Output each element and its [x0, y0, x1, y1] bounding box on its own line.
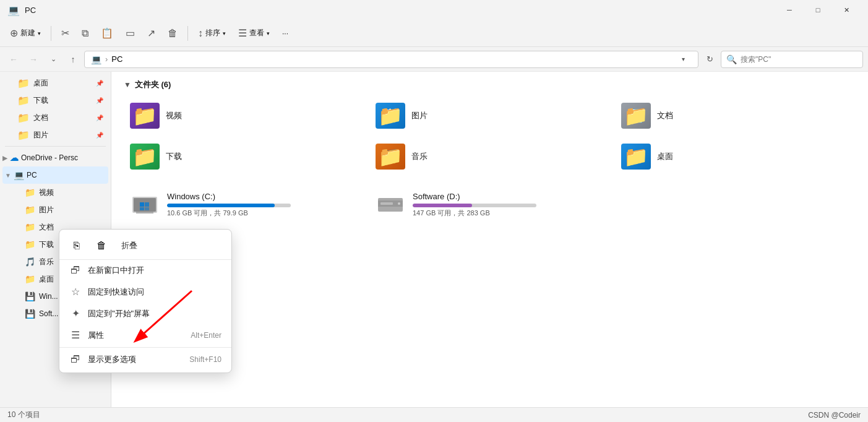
refresh-button[interactable]: ↻	[701, 51, 718, 68]
paste-button[interactable]: 📋	[96, 24, 118, 43]
maximize-button[interactable]: □	[804, 0, 832, 20]
delete-icon: 🗑	[168, 28, 178, 39]
desktop-thumb-icon: 🖥	[629, 149, 643, 165]
context-pin-start[interactable]: ✦ 固定到"开始"屏幕	[59, 303, 231, 324]
context-show-more[interactable]: 🗗 显示更多选项 Shift+F10	[59, 349, 231, 370]
address-path: PC	[111, 54, 122, 64]
status-bar: 10 个项目 CSDN @Codeir	[0, 407, 868, 422]
pin-icon: 📌	[96, 80, 103, 87]
pictures-sub-icon: 📁	[25, 205, 35, 215]
desktop-label: 桌面	[657, 151, 673, 162]
forward-button[interactable]: →	[25, 51, 42, 68]
downloads-label: 下载	[166, 151, 182, 162]
drive-item-software[interactable]: Software (D:) 147 GB 可用，共 283 GB	[369, 187, 610, 223]
search-input[interactable]	[741, 55, 857, 64]
svg-rect-2	[136, 212, 153, 213]
context-delete-button[interactable]: 🗑	[92, 236, 111, 256]
pin-quick-label: 固定到快速访问	[88, 286, 144, 298]
delete-button[interactable]: 🗑	[163, 24, 183, 43]
copy-button[interactable]: ⧉	[77, 24, 93, 43]
pin-start-label: 固定到"开始"屏幕	[88, 308, 150, 319]
sidebar-item-label: 图片	[33, 130, 48, 140]
pictures-thumb-icon: 🖼	[384, 108, 397, 124]
sidebar-item-pictures-sub[interactable]: 📁 图片	[2, 201, 108, 218]
downloads-thumb-icon: ↓	[142, 149, 148, 165]
pin-start-icon: ✦	[69, 308, 82, 319]
sidebar-sub-label: 图片	[39, 205, 54, 215]
pin-quick-icon: ☆	[69, 286, 82, 298]
folder-item-pictures[interactable]: 🖼 图片	[369, 98, 610, 134]
sidebar-item-pc[interactable]: ▼ 💻 PC	[2, 166, 108, 184]
rename-button[interactable]: ▭	[121, 24, 140, 43]
sidebar-item-downloads[interactable]: 📁 下载 📌	[2, 92, 108, 109]
sort-label: 排序	[205, 28, 220, 38]
share-icon: ↗	[147, 27, 155, 39]
address-input[interactable]: 💻 › PC ▾	[84, 51, 698, 68]
address-bar: ← → ⌄ ↑ 💻 › PC ▾ ↻ 🔍	[0, 47, 868, 72]
sidebar-sub-label: 桌面	[39, 274, 54, 285]
more-button[interactable]: ···	[277, 25, 293, 41]
folder-item-downloads[interactable]: ↓ 下载	[124, 139, 364, 174]
software-drive-info: Software (D:) 147 GB 可用，共 283 GB	[413, 192, 604, 218]
videos-sub-icon: 📁	[25, 187, 35, 197]
svg-point-9	[398, 202, 400, 205]
cut-button[interactable]: ✂	[56, 24, 74, 43]
open-window-icon: 🗗	[69, 265, 82, 276]
pc-icon: 💻	[14, 170, 24, 180]
close-button[interactable]: ✕	[832, 0, 861, 20]
software-drive-bar-bg	[413, 204, 536, 207]
music-thumb-icon: 🎵	[382, 149, 399, 165]
sidebar-item-desktop[interactable]: 📁 桌面 📌	[2, 74, 108, 92]
sidebar-item-label: 下载	[33, 95, 48, 106]
title-bar-controls: ─ □ ✕	[775, 0, 861, 20]
address-dropdown-button[interactable]: ▾	[674, 51, 692, 68]
svg-rect-6	[145, 207, 149, 210]
back-button[interactable]: ←	[5, 51, 22, 68]
sidebar-item-label: 文档	[33, 113, 48, 123]
context-copy-button[interactable]: ⎘	[67, 236, 87, 256]
dl-sub-icon: 📁	[25, 239, 35, 249]
new-label: 新建	[20, 28, 35, 38]
folder-item-desktop[interactable]: 🖥 桌面	[615, 139, 856, 174]
folder-item-videos[interactable]: ▶ 视频	[124, 98, 364, 134]
drive-item-windows[interactable]: Windows (C:) 10.6 GB 可用，共 79.9 GB	[124, 187, 364, 223]
drives-grid: Windows (C:) 10.6 GB 可用，共 79.9 GB	[124, 187, 856, 223]
share-button[interactable]: ↗	[142, 24, 160, 43]
sort-button[interactable]: ↕ 排序 ▾	[193, 24, 231, 43]
music-folder-thumb: 🎵	[376, 144, 405, 170]
show-more-label: 显示更多选项	[88, 354, 136, 365]
recent-button[interactable]: ⌄	[45, 51, 62, 68]
sidebar-sub-label: Win...	[39, 292, 58, 301]
desktop-folder-thumb: 🖥	[621, 144, 651, 170]
folder-item-docs[interactable]: 📄 文档	[615, 98, 856, 134]
svg-rect-10	[380, 202, 393, 205]
context-open-new-window[interactable]: 🗗 在新窗口中打开	[59, 260, 231, 281]
sidebar-item-onedrive[interactable]: ▶ ☁ OneDrive - Persc	[0, 149, 111, 166]
pc-expand-icon: ▼	[5, 172, 11, 179]
context-delete-icon: 🗑	[97, 240, 106, 251]
new-button[interactable]: ⊕ 新建 ▾	[5, 24, 46, 43]
sidebar-item-docs[interactable]: 📁 文档 📌	[2, 109, 108, 126]
paste-icon: 📋	[101, 27, 113, 39]
context-properties[interactable]: ☰ 属性 Alt+Enter	[59, 324, 231, 346]
up-button[interactable]: ↑	[64, 51, 82, 68]
folder-item-music[interactable]: 🎵 音乐	[369, 139, 610, 174]
music-sub-icon: 🎵	[25, 257, 35, 267]
videos-folder-thumb: ▶	[130, 103, 160, 129]
search-box[interactable]: 🔍	[721, 51, 863, 68]
context-pin-quick-access[interactable]: ☆ 固定到快速访问	[59, 281, 231, 303]
minimize-button[interactable]: ─	[775, 0, 804, 20]
svg-rect-4	[145, 202, 149, 207]
windows-drive-bar-fill	[167, 204, 275, 207]
desktop-sub-icon: 📁	[25, 274, 35, 284]
sidebar-item-label: 桌面	[33, 78, 48, 88]
title-bar-left: 💻 PC	[7, 4, 36, 16]
expand-icon: ▶	[2, 155, 7, 161]
win-drive-icon: 💾	[25, 291, 35, 301]
sidebar-item-videos-sub[interactable]: 📁 视频	[2, 184, 108, 201]
folders-section-title: 文件夹 (6)	[135, 79, 171, 90]
view-button[interactable]: ☰ 查看 ▾	[233, 24, 275, 43]
sidebar-item-pictures[interactable]: 📁 图片 📌	[2, 126, 108, 144]
properties-label: 属性	[88, 330, 104, 341]
windows-drive-bar-bg	[167, 204, 291, 207]
